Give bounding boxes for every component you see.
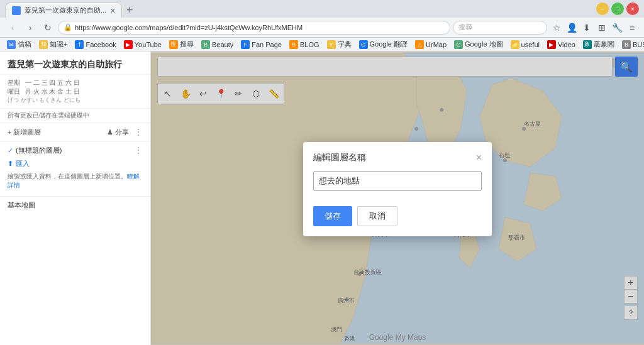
- bookmark-label: UrMap: [426, 41, 447, 48]
- tab-favicon: [12, 6, 21, 15]
- learn-more-link[interactable]: 瞭解詳情: [8, 173, 140, 189]
- bookmark-label: 字典: [338, 40, 352, 49]
- urmap-icon: △: [415, 40, 424, 49]
- dialog-title: 編輯圖層名稱: [313, 152, 366, 163]
- bookmark-mail[interactable]: ✉ 信箱: [4, 39, 35, 50]
- search-bar[interactable]: 搜尋: [453, 21, 547, 35]
- bookmark-youtube[interactable]: ▶ YouTube: [121, 40, 165, 50]
- bookmark-facebook[interactable]: f Facebook: [72, 40, 119, 50]
- bookmark-label: Beauty: [212, 41, 233, 48]
- back-button[interactable]: ‹: [5, 20, 20, 35]
- profile-icon[interactable]: 👤: [565, 21, 579, 35]
- bookmark-fanpage[interactable]: F Fan Page: [238, 40, 285, 50]
- blog-icon: B: [289, 40, 298, 49]
- sidebar: 蓋兒第一次遊東京的自助旅行 星期 一 二 三 四 五 六 日 曜日 月 火 水 …: [0, 52, 151, 345]
- tab-close-icon[interactable]: ×: [110, 6, 115, 16]
- layer-name-input[interactable]: [313, 171, 482, 191]
- close-button[interactable]: ×: [626, 3, 639, 15]
- bookmark-star-icon[interactable]: ☆: [550, 21, 564, 35]
- address-text: https://www.google.com/maps/d/edit?mid=z…: [75, 24, 445, 31]
- dialog-body: [303, 168, 492, 201]
- bookmark-bus[interactable]: B BUS: [619, 40, 644, 50]
- bookmark-translate[interactable]: G Google 翻譯: [356, 39, 411, 50]
- bookmark-beauty[interactable]: B Beauty: [198, 40, 236, 50]
- bookmark-useful[interactable]: 📁 useful: [508, 40, 543, 50]
- bookmark-knowledge[interactable]: 知 知識+: [36, 39, 70, 50]
- fanpage-icon: F: [241, 40, 250, 49]
- schedule-days-jp: 曜日: [8, 87, 20, 96]
- dict-icon: Y: [327, 40, 336, 49]
- dialog-header: 編輯圖層名稱 ×: [303, 142, 492, 168]
- schedule-cols: 一 二 三 四 五 六 日: [25, 79, 80, 87]
- actions-menu-icon[interactable]: ⋮: [134, 127, 143, 137]
- bookmark-search[interactable]: 搜 搜尋: [166, 39, 197, 50]
- useful-folder-icon: 📁: [511, 40, 519, 49]
- youtube-icon: ▶: [124, 40, 133, 49]
- bookmark-label: 信箱: [18, 40, 31, 49]
- add-layer-button[interactable]: + 新增圖層: [8, 128, 41, 137]
- bus-icon: B: [622, 40, 631, 49]
- browser-tab[interactable]: 蓋兒第一次遊東京的自助... ×: [5, 3, 122, 18]
- edit-layer-dialog: 編輯圖層名稱 × 儲存 取消: [303, 142, 492, 236]
- window-controls: − □ ×: [596, 3, 639, 15]
- dialog-footer: 儲存 取消: [303, 201, 492, 236]
- schedule-days: 星期: [8, 79, 20, 87]
- save-button[interactable]: 儲存: [313, 206, 352, 226]
- bookmark-zs[interactable]: 象 叢象閣: [580, 39, 618, 50]
- toolbar-icons: ☆ 👤 ⬇ ⊞ 🔧 ≡: [550, 21, 639, 35]
- gmaps-icon: G: [454, 40, 463, 49]
- import-icon: ⬆: [8, 160, 13, 168]
- bookmark-label: 知識+: [50, 40, 67, 49]
- dialog-close-button[interactable]: ×: [476, 152, 482, 163]
- extension-icon[interactable]: 🔧: [610, 21, 624, 35]
- beauty-icon: B: [201, 40, 210, 49]
- bookmark-label: YouTube: [135, 41, 162, 48]
- bookmark-label: BLOG: [300, 41, 319, 48]
- new-tab-button[interactable]: +: [122, 3, 137, 18]
- menu-icon[interactable]: ≡: [625, 21, 639, 35]
- tab-area: 蓋兒第一次遊東京的自助... × +: [5, 0, 596, 18]
- main-content: 蓋兒第一次遊東京的自助旅行 星期 一 二 三 四 五 六 日 曜日 月 火 水 …: [0, 52, 644, 345]
- bookmark-urmap[interactable]: △ UrMap: [412, 40, 450, 50]
- schedule-info: 星期 一 二 三 四 五 六 日 曜日 月 火 水 木 金 土 日 げつ かすい…: [0, 75, 150, 109]
- mail-icon: ✉: [7, 40, 16, 49]
- cancel-button[interactable]: 取消: [357, 206, 397, 226]
- bookmark-label: useful: [521, 41, 540, 48]
- bookmark-label: Fan Page: [252, 41, 282, 48]
- bookmark-label: Facebook: [86, 41, 116, 48]
- layer-hint: 繪製或匯入資料，在這個圖層上新增位置。瞭解詳情: [8, 170, 143, 192]
- app-icon[interactable]: ⊞: [595, 21, 609, 35]
- bookmark-video[interactable]: ▶ Video: [544, 40, 579, 50]
- bookmark-blog[interactable]: B BLOG: [286, 40, 323, 50]
- import-button[interactable]: ⬆ ⬆ 匯入 匯入: [8, 158, 143, 170]
- minimize-button[interactable]: −: [596, 3, 609, 15]
- layer-section: ✓ (無標題的圖層) ⋮ ⬆ ⬆ 匯入 匯入 繪製或匯入資料，在這個圖層上新增位…: [0, 141, 150, 196]
- bookmark-gmaps[interactable]: G Google 地圖: [451, 39, 506, 50]
- bookmark-label: 搜尋: [180, 40, 194, 49]
- layer-menu-icon[interactable]: ⋮: [134, 145, 143, 155]
- lock-icon: 🔒: [64, 23, 72, 31]
- import-text: 匯入: [16, 159, 30, 168]
- maximize-button[interactable]: □: [611, 3, 624, 15]
- address-bar[interactable]: 🔒 https://www.google.com/maps/d/edit?mid…: [58, 21, 450, 35]
- refresh-button[interactable]: ↻: [40, 20, 55, 35]
- map-area[interactable]: 福州市 莆田市 廈門市 漳州市 廣州市 台商投資區 澳門 香港 台南市 高雄市 …: [151, 52, 644, 345]
- bookmark-dict[interactable]: Y 字典: [324, 39, 355, 50]
- share-button[interactable]: ♟ 分享: [107, 128, 129, 137]
- tab-title: 蓋兒第一次遊東京的自助...: [25, 6, 106, 15]
- bookmark-label: Video: [558, 41, 575, 48]
- video-icon: ▶: [547, 40, 556, 49]
- dialog-overlay: 編輯圖層名稱 × 儲存 取消: [151, 52, 644, 345]
- layer-check-icon: ✓: [8, 146, 13, 155]
- forward-button[interactable]: ›: [23, 20, 38, 35]
- address-bar-area: ‹ › ↻ 🔒 https://www.google.com/maps/d/ed…: [0, 18, 644, 38]
- schedule-phonetic: げつ かすい もくきん どにち: [8, 96, 143, 104]
- search-icon: 搜: [169, 40, 178, 49]
- title-bar: 蓋兒第一次遊東京的自助... × + − □ ×: [0, 0, 644, 18]
- map-title: 蓋兒第一次遊東京的自助旅行: [0, 52, 150, 75]
- download-icon[interactable]: ⬇: [580, 21, 594, 35]
- bookmarks-bar: ✉ 信箱 知 知識+ f Facebook ▶ YouTube 搜 搜尋 B B…: [0, 38, 644, 52]
- facebook-icon: f: [75, 40, 84, 49]
- bookmark-label: BUS: [633, 41, 644, 48]
- zs-icon: 象: [583, 40, 592, 49]
